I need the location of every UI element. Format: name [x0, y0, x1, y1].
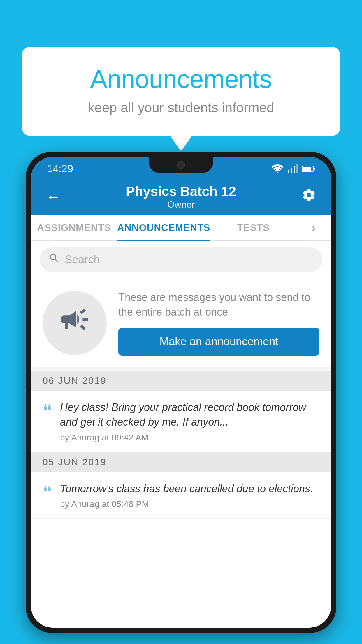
- back-button[interactable]: ←: [43, 185, 64, 208]
- svg-rect-6: [303, 167, 311, 171]
- announcement-body-1: Hey class! Bring your practical record b…: [60, 400, 319, 430]
- speech-bubble: Announcements keep all your students inf…: [22, 47, 340, 136]
- speech-bubble-subtitle: keep all your students informed: [45, 100, 317, 116]
- announcement-item-2: ❝ Tomorrow's class has been cancelled du…: [31, 472, 331, 519]
- cta-description: These are messages you want to send to t…: [118, 290, 319, 320]
- gear-icon: [301, 188, 317, 203]
- header-title-block: Physics Batch 12 Owner: [64, 183, 298, 210]
- svg-rect-1: [288, 170, 289, 173]
- search-bar[interactable]: Search: [40, 247, 322, 272]
- announcement-item-1: ❝ Hey class! Bring your practical record…: [31, 391, 331, 452]
- tabs-bar: ASSIGNMENTS ANNOUNCEMENTS TESTS ›: [31, 215, 331, 241]
- status-time: 14:29: [47, 163, 73, 175]
- app-header: ← Physics Batch 12 Owner: [31, 178, 331, 215]
- date-separator-2: 05 JUN 2019: [31, 452, 331, 472]
- search-icon: [48, 253, 60, 267]
- tab-more[interactable]: ›: [297, 215, 331, 240]
- megaphone-icon: [59, 303, 91, 342]
- header-subtitle: Owner: [64, 199, 298, 210]
- tab-assignments[interactable]: ASSIGNMENTS: [31, 215, 117, 240]
- battery-icon: [302, 165, 315, 172]
- tab-announcements[interactable]: ANNOUNCEMENTS: [117, 215, 210, 240]
- svg-point-0: [277, 172, 278, 173]
- announcement-body-2: Tomorrow's class has been cancelled due …: [60, 482, 319, 496]
- search-placeholder: Search: [65, 253, 100, 266]
- megaphone-circle: [43, 291, 107, 355]
- svg-rect-4: [296, 164, 298, 173]
- signal-icon: [288, 164, 298, 173]
- phone-outer: 14:29: [26, 152, 336, 633]
- svg-rect-3: [294, 166, 295, 173]
- search-container: Search: [31, 241, 331, 279]
- announcement-meta-1: by Anurag at 09:42 AM: [60, 433, 319, 442]
- announcement-meta-2: by Anurag at 05:48 PM: [60, 499, 319, 509]
- header-title: Physics Batch 12: [64, 183, 298, 199]
- content-area: Search These are messages you want to se…: [31, 241, 331, 519]
- phone-screen: 14:29: [31, 157, 331, 628]
- svg-rect-7: [314, 168, 315, 170]
- svg-rect-2: [291, 168, 292, 173]
- phone-notch: [149, 157, 213, 173]
- announcement-text-1: Hey class! Bring your practical record b…: [60, 400, 319, 442]
- cta-right: These are messages you want to send to t…: [118, 290, 319, 356]
- announcement-cta: These are messages you want to send to t…: [31, 279, 331, 367]
- announcement-text-2: Tomorrow's class has been cancelled due …: [60, 482, 319, 509]
- status-icons: [271, 164, 315, 173]
- date-separator-1: 06 JUN 2019: [31, 371, 331, 391]
- speech-bubble-title: Announcements: [45, 64, 317, 94]
- make-announcement-button[interactable]: Make an announcement: [118, 328, 319, 356]
- phone-camera: [177, 161, 185, 169]
- phone-container: 14:29: [26, 152, 336, 644]
- tab-tests[interactable]: TESTS: [210, 215, 296, 240]
- quote-icon-2: ❝: [43, 484, 52, 501]
- wifi-icon: [271, 164, 284, 173]
- speech-bubble-container: Announcements keep all your students inf…: [22, 47, 340, 136]
- settings-button[interactable]: [298, 185, 319, 209]
- quote-icon-1: ❝: [43, 402, 52, 420]
